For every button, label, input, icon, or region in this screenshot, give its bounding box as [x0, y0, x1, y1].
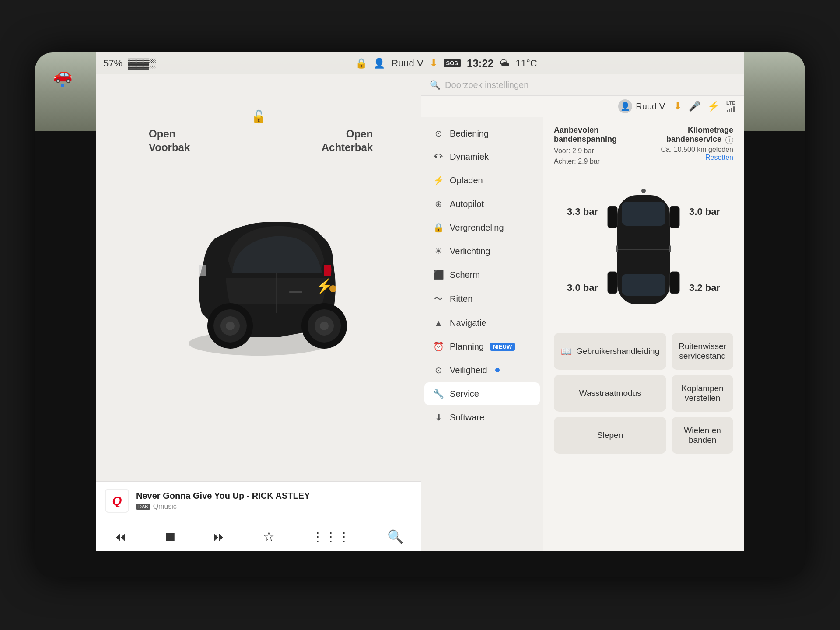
temperature-display: 11°C — [515, 58, 537, 69]
slepen-label: Slepen — [597, 430, 623, 440]
wielen-banden-button[interactable]: Wielen en banden — [672, 417, 733, 454]
action-buttons: 📖 Gebruikershandleiding Ruitenwisser ser… — [554, 333, 733, 454]
menu-item-navigatie[interactable]: ▲ Navigatie — [424, 312, 540, 334]
car-lock-icon: 🔓 — [251, 109, 266, 124]
car-icon: 🚗 — [53, 65, 73, 84]
settings-menu: ⊙ Bediening Dynamiek ⚡ Opladen — [421, 117, 543, 551]
search-input[interactable]: Doorzoek instellingen — [445, 80, 735, 90]
scherm-icon: ⬛ — [433, 270, 444, 280]
wasstraat-label: Wasstraatmodus — [579, 388, 641, 398]
koplampen-label: Koplampen verstellen — [679, 384, 726, 403]
svg-point-8 — [320, 322, 329, 330]
menu-item-scherm[interactable]: ⬛ Scherm — [424, 263, 540, 286]
menu-item-dynamiek[interactable]: Dynamiek — [424, 146, 540, 168]
vergrendeling-icon: 🔒 — [433, 222, 444, 233]
bediening-icon: ⊙ — [433, 128, 444, 139]
microphone-icon[interactable]: 🎤 — [689, 101, 700, 112]
svg-rect-20 — [608, 272, 617, 294]
menu-item-planning[interactable]: ⏰ Planning NIEUW — [424, 335, 540, 358]
menu-item-software[interactable]: ⬇ Software — [424, 406, 540, 429]
handleiding-button[interactable]: 📖 Gebruikershandleiding — [554, 333, 666, 370]
user-name-bar: Ruud V — [636, 102, 665, 112]
menu-item-veiligheid[interactable]: ⊙ Veiligheid — [424, 359, 540, 382]
menu-item-autopilot[interactable]: ⊕ Autopilot — [424, 192, 540, 215]
lock-icon: 🔒 — [355, 58, 367, 69]
music-info: Q Never Gonna Give You Up - RICK ASTLEY … — [105, 489, 412, 513]
autopilot-label: Autopilot — [450, 199, 484, 209]
car-top-svg — [604, 182, 683, 318]
bluetooth-top-icon[interactable]: ⚡ — [707, 101, 719, 112]
open-achterbak-label[interactable]: Open Achterbak — [322, 127, 373, 154]
time-display: 13:22 — [467, 57, 494, 70]
qmusic-logo: Q — [105, 489, 129, 513]
music-controls: ⏮ ⏹ ⏭ ☆ ⋮⋮⋮ 🔍 — [105, 529, 412, 544]
slepen-button[interactable]: Slepen — [554, 417, 666, 454]
prev-button[interactable]: ⏮ — [114, 529, 127, 544]
source-name: Qmusic — [153, 503, 177, 511]
download-icon: ⬇ — [430, 58, 438, 69]
handleiding-label: Gebruikershandleiding — [576, 346, 659, 356]
planning-icon: ⏰ — [433, 341, 444, 352]
svg-rect-18 — [608, 206, 617, 228]
search-icon: 🔍 — [430, 80, 441, 90]
user-avatar: 👤 — [618, 99, 632, 113]
dynamiek-label: Dynamiek — [450, 152, 489, 162]
tire-pressure-header: Aanbevolen bandenspanning Voor: 2.9 bar … — [554, 126, 733, 167]
car-top-view: 3.3 bar 3.0 bar 3.0 bar 3.2 bar — [554, 171, 733, 329]
battery-percentage: 57% — [103, 58, 122, 69]
service-icon: 🔧 — [433, 388, 444, 399]
status-left: 57% ▓▓▓░ — [103, 58, 156, 69]
car-status-button[interactable]: 🚗 — [48, 60, 77, 89]
tire-tl: 3.3 bar — [567, 206, 598, 217]
battery-icon: ▓▓▓░ — [128, 58, 156, 69]
ruitenwisser-button[interactable]: Ruitenwisser servicestand — [672, 333, 733, 370]
song-title: Never Gonna Give You Up - RICK ASTLEY — [136, 491, 310, 501]
koplampen-button[interactable]: Koplampen verstellen — [672, 375, 733, 412]
reset-link[interactable]: Resetten — [705, 154, 733, 161]
wielen-banden-label: Wielen en banden — [679, 426, 726, 445]
settings-content: ⊙ Bediening Dynamiek ⚡ Opladen — [421, 117, 744, 551]
next-button[interactable]: ⏭ — [213, 529, 226, 544]
menu-item-ritten[interactable]: 〜 Ritten — [424, 287, 540, 311]
menu-item-verlichting[interactable]: ☀ Verlichting — [424, 240, 540, 262]
ruitenwisser-label: Ruitenwisser servicestand — [679, 342, 726, 361]
info-icon[interactable]: i — [725, 136, 733, 144]
user-name: Ruud V — [391, 58, 423, 69]
tire-info-right: Kilometrage bandenservice i Ca. 10.500 k… — [642, 126, 733, 161]
svg-rect-24 — [669, 245, 671, 252]
favorite-button[interactable]: ☆ — [263, 529, 275, 544]
autopilot-icon: ⊕ — [433, 199, 444, 209]
menu-item-bediening[interactable]: ⊙ Bediening — [424, 122, 540, 145]
verlichting-icon: ☀ — [433, 246, 444, 256]
svg-rect-21 — [670, 272, 679, 294]
software-icon: ⬇ — [433, 412, 444, 423]
svg-rect-13 — [440, 156, 441, 158]
wasstraat-button[interactable]: Wasstraatmodus — [554, 375, 666, 412]
veiligheid-label: Veiligheid — [450, 365, 487, 375]
ritten-icon: 〜 — [433, 293, 444, 305]
equalizer-button[interactable]: ⋮⋮⋮ — [311, 529, 350, 544]
open-voorbak-label[interactable]: Open Voorbak — [149, 127, 190, 154]
menu-item-opladen[interactable]: ⚡ Opladen — [424, 169, 540, 192]
navigatie-icon: ▲ — [433, 318, 444, 328]
tire-info-left: Aanbevolen bandenspanning Voor: 2.9 bar … — [554, 126, 642, 167]
verlichting-label: Verlichting — [450, 246, 490, 256]
status-bar: 57% ▓▓▓░ 🔒 👤 Ruud V ⬇ SOS 13:22 🌥 11°C — [96, 52, 744, 74]
km-service-title: Kilometrage bandenservice i — [642, 126, 733, 144]
software-label: Software — [450, 413, 484, 423]
tire-pressure-title: Aanbevolen bandenspanning — [554, 126, 642, 144]
stop-button[interactable]: ⏹ — [164, 529, 177, 544]
menu-item-vergrendeling[interactable]: 🔒 Vergrendeling — [424, 216, 540, 239]
status-center: 🔒 👤 Ruud V ⬇ SOS 13:22 🌥 11°C — [355, 57, 537, 70]
download-indicator: ⬇ — [674, 101, 682, 112]
song-source: DAB Qmusic — [136, 503, 310, 511]
sos-badge[interactable]: SOS — [444, 59, 461, 67]
menu-item-service[interactable]: 🔧 Service — [424, 382, 540, 405]
bediening-label: Bediening — [450, 129, 489, 139]
main-content: Open Voorbak Open Achterbak 🔓 — [96, 74, 744, 551]
vergrendeling-label: Vergrendeling — [450, 223, 504, 233]
user-profile[interactable]: 👤 Ruud V — [618, 99, 665, 113]
scherm-label: Scherm — [450, 270, 480, 280]
search-music-button[interactable]: 🔍 — [387, 529, 403, 544]
tire-br: 3.2 bar — [689, 282, 720, 294]
